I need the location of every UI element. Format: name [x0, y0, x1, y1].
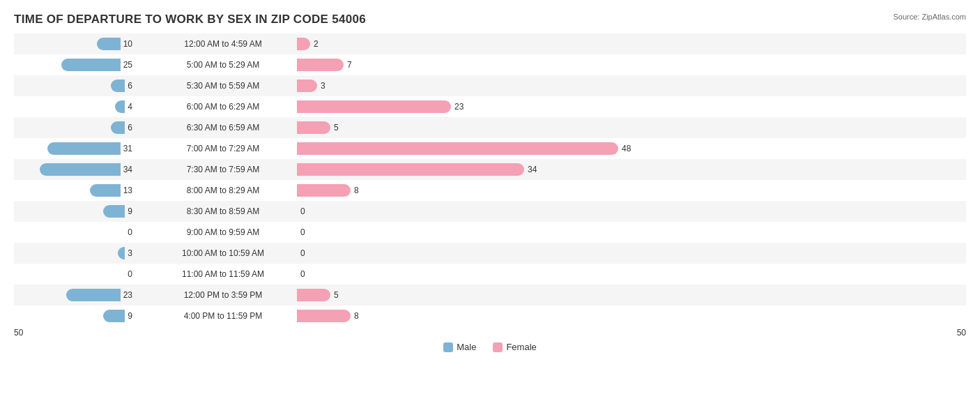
male-bar	[66, 289, 121, 301]
female-bar	[297, 142, 618, 155]
left-section: 31	[14, 142, 153, 155]
female-value: 0	[300, 206, 305, 216]
time-label: 10:00 AM to 10:59 AM	[153, 248, 293, 258]
male-bar	[47, 142, 121, 155]
male-bar	[97, 38, 121, 50]
left-section: 9	[14, 310, 153, 322]
right-section: 48	[293, 142, 966, 155]
male-bar	[103, 205, 125, 218]
male-value: 3	[128, 248, 132, 258]
left-section: 9	[14, 205, 153, 218]
bar-row: 9 8:30 AM to 8:59 AM 0	[14, 201, 966, 222]
male-bar	[61, 59, 121, 71]
bar-row: 10 12:00 AM to 4:59 AM 2	[14, 33, 966, 54]
bar-row: 31 7:00 AM to 7:29 AM 48	[14, 138, 966, 159]
right-section: 23	[293, 100, 966, 113]
male-value: 9	[128, 311, 132, 321]
female-bar	[297, 38, 310, 50]
female-value: 2	[314, 39, 319, 49]
time-label: 6:00 AM to 6:29 AM	[153, 102, 293, 112]
time-label: 6:30 AM to 6:59 AM	[153, 123, 293, 133]
bar-row: 6 5:30 AM to 5:59 AM 3	[14, 75, 966, 96]
time-label: 8:00 AM to 8:29 AM	[153, 186, 293, 195]
female-bar	[297, 184, 351, 197]
male-bar	[103, 310, 125, 322]
time-label: 9:00 AM to 9:59 AM	[153, 227, 293, 237]
left-section: 23	[14, 289, 153, 301]
male-value: 13	[123, 186, 132, 195]
bar-row: 4 6:00 AM to 6:29 AM 23	[14, 96, 966, 117]
right-section: 8	[293, 310, 966, 322]
bar-row: 6 6:30 AM to 6:59 AM 5	[14, 117, 966, 138]
bottom-left-label: 50	[14, 328, 23, 338]
right-section: 7	[293, 59, 966, 71]
legend: Male Female	[14, 342, 966, 352]
female-value: 0	[300, 269, 305, 279]
female-value: 5	[334, 290, 339, 300]
left-section: 4	[14, 100, 153, 113]
female-value: 5	[334, 123, 339, 133]
female-swatch	[493, 342, 503, 352]
bar-row: 13 8:00 AM to 8:29 AM 8	[14, 180, 966, 201]
right-section: 5	[293, 289, 966, 301]
right-section: 5	[293, 121, 966, 134]
male-swatch	[443, 342, 453, 352]
male-bar	[40, 163, 121, 176]
male-bar	[118, 247, 125, 259]
male-value: 34	[123, 165, 132, 174]
male-value: 4	[128, 102, 132, 112]
right-section: 0	[293, 227, 966, 237]
right-section: 0	[293, 269, 966, 279]
right-section: 8	[293, 184, 966, 197]
female-value: 0	[300, 248, 305, 258]
time-label: 8:30 AM to 8:59 AM	[153, 206, 293, 216]
male-label: Male	[457, 342, 476, 352]
male-value: 10	[123, 39, 132, 49]
right-section: 3	[293, 80, 966, 92]
time-label: 11:00 AM to 11:59 AM	[153, 269, 293, 279]
time-label: 12:00 AM to 4:59 AM	[153, 39, 293, 49]
bottom-labels: 50 50	[14, 328, 966, 338]
male-value: 6	[128, 123, 132, 133]
female-bar	[297, 59, 344, 71]
male-bar	[111, 121, 125, 134]
male-bar	[90, 184, 121, 197]
female-value: 0	[300, 227, 305, 237]
time-label: 12:00 PM to 3:59 PM	[153, 290, 293, 300]
female-label: Female	[506, 342, 536, 352]
time-label: 5:30 AM to 5:59 AM	[153, 81, 293, 91]
female-bar	[297, 163, 524, 176]
bar-row: 9 4:00 PM to 11:59 PM 8	[14, 305, 966, 326]
left-section: 0	[14, 269, 153, 279]
male-value: 23	[123, 290, 132, 300]
female-value: 8	[354, 186, 359, 195]
legend-male: Male	[443, 342, 476, 352]
right-section: 34	[293, 163, 966, 176]
female-bar	[297, 289, 330, 301]
source-text: Source: ZipAtlas.com	[893, 13, 966, 21]
female-bar	[297, 100, 451, 113]
male-bar	[115, 100, 125, 113]
time-label: 7:30 AM to 7:59 AM	[153, 165, 293, 174]
female-value: 7	[347, 60, 352, 70]
male-value: 9	[128, 206, 132, 216]
left-section: 6	[14, 80, 153, 92]
female-value: 23	[454, 102, 464, 112]
bottom-right-label: 50	[957, 328, 966, 338]
left-section: 10	[14, 38, 153, 50]
left-section: 25	[14, 59, 153, 71]
female-value: 34	[528, 165, 537, 174]
female-value: 3	[321, 81, 326, 91]
male-value: 6	[128, 81, 132, 91]
left-section: 0	[14, 227, 153, 237]
bar-row: 34 7:30 AM to 7:59 AM 34	[14, 159, 966, 180]
time-label: 4:00 PM to 11:59 PM	[153, 311, 293, 321]
left-section: 3	[14, 247, 153, 259]
male-value: 0	[128, 227, 132, 237]
female-bar	[297, 121, 330, 134]
chart-container: TIME OF DEPARTURE TO WORK BY SEX IN ZIP …	[0, 0, 980, 415]
bar-row: 3 10:00 AM to 10:59 AM 0	[14, 243, 966, 264]
bar-row: 25 5:00 AM to 5:29 AM 7	[14, 54, 966, 75]
male-bar	[111, 80, 125, 92]
chart-title: TIME OF DEPARTURE TO WORK BY SEX IN ZIP …	[14, 13, 966, 27]
